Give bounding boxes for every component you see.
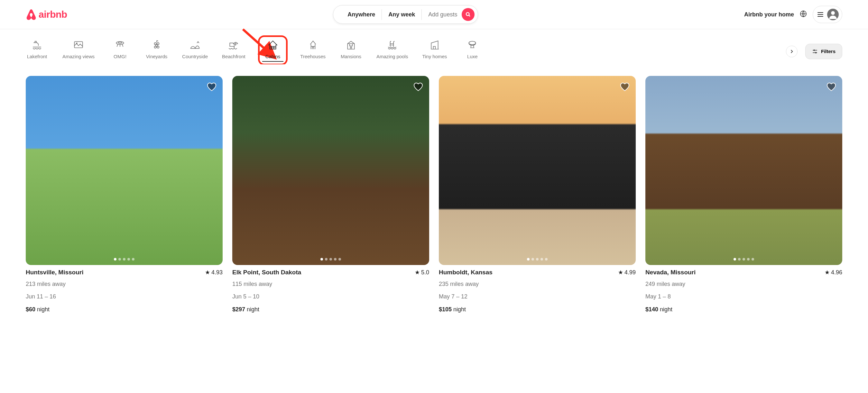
profile-menu-button[interactable] <box>813 6 842 23</box>
listing-rating-value: 4.93 <box>211 269 223 276</box>
category-lakefront[interactable]: Lakefront <box>26 39 48 64</box>
svg-point-8 <box>118 42 122 43</box>
photo-pagination-dots <box>527 258 548 261</box>
svg-point-0 <box>466 12 469 15</box>
listing-price-unit: night <box>660 306 672 313</box>
airbnb-logo-icon <box>26 9 37 20</box>
category-treehouses[interactable]: Treehouses <box>300 39 326 64</box>
search-icon <box>466 12 471 17</box>
treehouses-icon <box>308 39 318 51</box>
listing-price: $60 night <box>26 306 223 313</box>
listing-rating-value: 4.99 <box>624 269 636 276</box>
listing-photo[interactable] <box>26 76 223 265</box>
category-label: Vineyards <box>146 54 167 59</box>
search-guests[interactable]: Add guests <box>422 9 462 20</box>
star-icon: ★ <box>825 269 830 276</box>
svg-point-12 <box>154 46 156 48</box>
listing-dates: Jun 11 – 16 <box>26 292 223 301</box>
svg-point-10 <box>157 43 159 45</box>
category-label: Amazing views <box>62 54 95 59</box>
header-right: Airbnb your home <box>744 6 842 23</box>
listing-card[interactable]: Nevada, Missouri ★ 4.96 249 miles away M… <box>645 76 842 313</box>
listing-price-unit: night <box>247 306 259 313</box>
category-scroller[interactable]: Lakefront Amazing views OMG! Vineyards C… <box>26 32 778 64</box>
listing-photo[interactable] <box>645 76 842 265</box>
category-label: Cabins <box>266 54 281 59</box>
wishlist-button[interactable] <box>413 82 423 92</box>
photo-pagination-dots <box>320 258 341 261</box>
listing-card[interactable]: Huntsville, Missouri ★ 4.93 213 miles aw… <box>26 76 223 313</box>
category-tiny-homes[interactable]: Tiny homes <box>422 39 447 64</box>
heart-icon <box>826 82 836 92</box>
avatar <box>827 9 839 20</box>
lakefront-icon <box>32 39 42 51</box>
globe-icon <box>800 10 807 18</box>
listing-photo[interactable] <box>439 76 636 265</box>
cabins-icon <box>267 39 278 51</box>
luxe-icon <box>467 39 478 51</box>
category-bar: Lakefront Amazing views OMG! Vineyards C… <box>0 29 868 64</box>
category-label: Luxe <box>467 54 478 59</box>
airbnb-logo[interactable]: airbnb <box>26 9 67 20</box>
listing-price-amount: $140 <box>645 306 658 313</box>
category-amazing-views[interactable]: Amazing views <box>62 39 95 64</box>
category-vineyards[interactable]: Vineyards <box>146 39 168 64</box>
svg-point-6 <box>76 43 78 44</box>
svg-point-3 <box>831 11 835 15</box>
categories-next-button[interactable] <box>786 46 798 57</box>
category-countryside[interactable]: Countryside <box>182 39 208 64</box>
person-icon <box>829 10 837 19</box>
listing-rating: ★ 4.96 <box>825 269 842 276</box>
category-cabins[interactable]: Cabins <box>260 37 286 64</box>
host-your-home-link[interactable]: Airbnb your home <box>744 11 794 18</box>
star-icon: ★ <box>415 269 420 276</box>
listing-card[interactable]: Elk Point, South Dakota ★ 5.0 115 miles … <box>232 76 429 313</box>
listings-grid: Huntsville, Missouri ★ 4.93 213 miles aw… <box>0 64 868 326</box>
category-label: Treehouses <box>300 54 326 59</box>
category-label: Beachfront <box>222 54 245 59</box>
mansions-icon <box>345 39 356 51</box>
countryside-icon <box>189 39 200 51</box>
photo-pagination-dots <box>734 258 754 261</box>
listing-rating: ★ 4.93 <box>205 269 223 276</box>
category-omg[interactable]: OMG! <box>109 39 131 64</box>
listing-photo[interactable] <box>232 76 429 265</box>
listing-rating: ★ 4.99 <box>618 269 636 276</box>
wishlist-button[interactable] <box>207 82 217 92</box>
listing-price-amount: $60 <box>26 306 35 313</box>
listing-location: Elk Point, South Dakota <box>232 269 301 276</box>
beachfront-icon <box>228 39 239 51</box>
listing-distance: 213 miles away <box>26 280 223 289</box>
search-button[interactable] <box>462 8 474 21</box>
svg-point-9 <box>154 43 156 45</box>
category-label: Mansions <box>341 54 361 59</box>
site-header: airbnb Anywhere Any week Add guests Airb… <box>0 0 868 29</box>
listing-price: $140 night <box>645 306 842 313</box>
tiny-homes-icon <box>429 39 440 51</box>
category-luxe[interactable]: Luxe <box>461 39 484 64</box>
svg-point-18 <box>815 52 816 53</box>
language-button[interactable] <box>800 10 807 19</box>
category-amazing-pools[interactable]: Amazing pools <box>376 39 408 64</box>
listing-rating-value: 4.96 <box>831 269 842 276</box>
svg-point-14 <box>469 41 476 45</box>
category-mansions[interactable]: Mansions <box>340 39 362 64</box>
filters-label: Filters <box>821 48 836 54</box>
listing-card[interactable]: Humboldt, Kansas ★ 4.99 235 miles away M… <box>439 76 636 313</box>
star-icon: ★ <box>205 269 210 276</box>
filters-button[interactable]: Filters <box>805 44 842 59</box>
listing-price: $297 night <box>232 306 429 313</box>
photo-pagination-dots <box>114 258 134 261</box>
category-beachfront[interactable]: Beachfront <box>222 39 245 64</box>
omg-icon <box>115 39 125 51</box>
search-where[interactable]: Anywhere <box>341 9 382 20</box>
svg-point-16 <box>814 50 815 51</box>
wishlist-button[interactable] <box>826 82 836 92</box>
category-label: Lakefront <box>27 54 47 59</box>
wishlist-button[interactable] <box>620 82 630 92</box>
search-when[interactable]: Any week <box>382 9 422 20</box>
vineyards-icon <box>151 39 162 51</box>
search-pill[interactable]: Anywhere Any week Add guests <box>333 5 478 24</box>
listing-price-amount: $297 <box>232 306 245 313</box>
category-label: Amazing pools <box>376 54 408 59</box>
